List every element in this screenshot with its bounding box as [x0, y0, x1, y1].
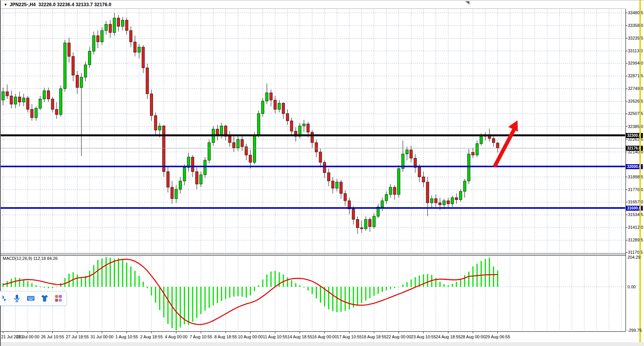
macd-bar: [394, 287, 395, 288]
macd-bar: [489, 258, 490, 287]
candle: [72, 57, 75, 75]
candle: [18, 97, 21, 102]
candle: [88, 51, 91, 65]
time-label: 31 Jul 00:00: [90, 334, 113, 339]
shirt-icon[interactable]: [40, 294, 49, 303]
macd-bar: [180, 287, 181, 328]
macd-bar: [241, 287, 243, 297]
candle: [105, 24, 108, 30]
candle: [340, 182, 343, 194]
keyboard-icon[interactable]: [27, 294, 35, 303]
price-axis[interactable]: 33480.533358.033235.533113.032994.032871…: [626, 0, 644, 346]
macd-bar: [32, 283, 33, 287]
candle: [68, 43, 70, 57]
macd-bar: [126, 263, 127, 287]
macd-bar: [287, 277, 288, 287]
candle: [27, 98, 29, 110]
time-label: 11 Aug 10:55: [263, 334, 288, 339]
macd-bar: [299, 285, 300, 287]
candle: [319, 152, 322, 162]
macd-bar: [130, 266, 131, 287]
candle: [336, 182, 338, 188]
candle: [233, 143, 235, 148]
candle: [418, 168, 421, 177]
time-label: 22 Aug 00:00: [386, 334, 411, 339]
time-label: 18 Aug 18:55: [361, 334, 386, 339]
candle: [195, 172, 198, 184]
time-label: 14 Aug 18:55: [287, 334, 312, 339]
candle: [63, 43, 66, 89]
candle: [97, 36, 99, 42]
macd-bar: [163, 287, 165, 317]
macd-bar: [406, 282, 408, 287]
candle: [406, 150, 408, 154]
macd-bar: [283, 274, 284, 287]
microphone-icon[interactable]: [13, 294, 21, 303]
candle: [468, 154, 470, 181]
macd-bar: [192, 287, 193, 322]
macd-bar: [81, 278, 82, 287]
macd-bar: [213, 287, 214, 305]
macd-bar: [275, 271, 276, 287]
candle: [430, 199, 433, 203]
macd-bar: [122, 260, 123, 287]
candle: [92, 36, 95, 52]
candle: [410, 150, 413, 158]
candle: [476, 144, 478, 155]
candle: [266, 93, 268, 101]
macd-bar: [229, 287, 230, 298]
candle: [245, 147, 248, 155]
macd-bar: [295, 283, 296, 287]
candle: [175, 189, 178, 198]
candle: [389, 187, 392, 195]
candle: [447, 201, 449, 204]
candle: [125, 20, 128, 30]
candle: [76, 75, 78, 87]
candle: [134, 42, 136, 52]
macd-bar: [464, 275, 465, 287]
macd-bar: [258, 285, 259, 287]
macd-bar: [303, 287, 305, 288]
candle: [237, 140, 240, 148]
chart-plot[interactable]: [0, 0, 644, 346]
time-label: 8 Aug 18:55: [215, 334, 237, 339]
candle: [422, 177, 425, 182]
macd-bar: [19, 278, 20, 287]
macd-bar: [266, 274, 268, 287]
macd-bar: [56, 287, 57, 287]
candle: [249, 155, 252, 162]
candle: [274, 100, 276, 109]
candle: [373, 216, 375, 227]
time-label: 4 Aug 00:00: [165, 334, 188, 339]
macd-bar: [378, 287, 379, 294]
macd-bar: [250, 287, 251, 296]
candle: [113, 18, 116, 33]
macd-bar: [246, 287, 247, 298]
candle: [84, 65, 87, 77]
macd-bar: [398, 287, 399, 287]
candle: [80, 77, 83, 88]
candle: [31, 109, 33, 118]
macd-bar: [135, 271, 136, 287]
macd-zero-label: 0.00: [627, 284, 636, 289]
macd-bar: [106, 257, 107, 287]
yellow-vertical-line[interactable]: [639, 0, 641, 346]
candle: [163, 126, 165, 172]
macd-bar: [481, 261, 482, 287]
candle: [51, 99, 54, 109]
macd-bar: [473, 266, 474, 287]
macd-bar: [270, 271, 271, 287]
time-axis[interactable]: 21 Jul 202325 Jul 00:0026 Jul 10:5527 Ju…: [0, 333, 626, 342]
macd-bar: [225, 287, 226, 299]
macd-bar: [373, 287, 374, 296]
apps-grid-icon[interactable]: [54, 294, 63, 303]
macd-bar: [35, 285, 37, 287]
macd-bar: [460, 279, 461, 287]
macd-bar: [444, 284, 445, 287]
macd-bar: [151, 287, 152, 296]
candle: [179, 181, 181, 190]
macd-bar: [97, 260, 98, 287]
macd-bar: [52, 287, 53, 288]
macd-bar: [411, 279, 412, 287]
pen-icon[interactable]: [0, 294, 7, 303]
